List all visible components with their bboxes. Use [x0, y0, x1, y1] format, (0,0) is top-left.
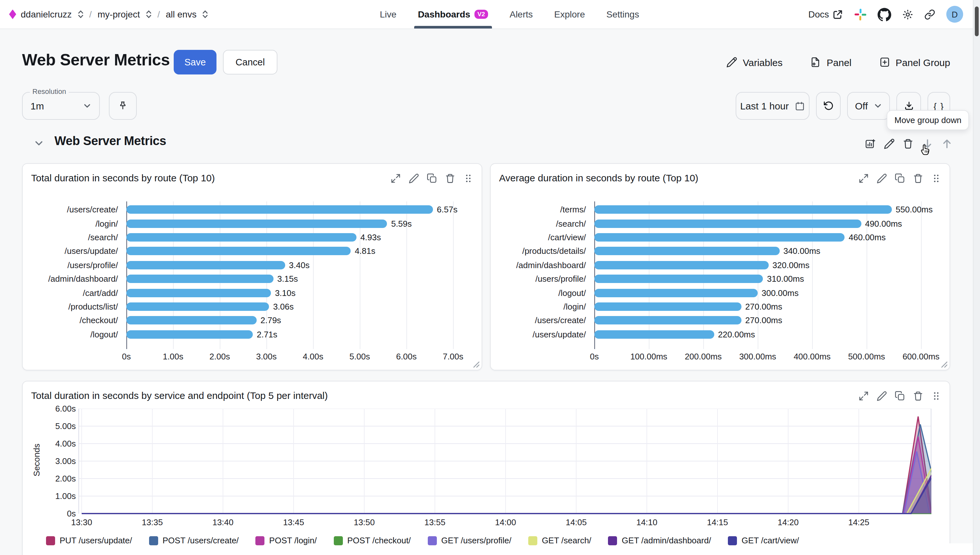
bar-row: 460.00ms	[594, 233, 933, 242]
add-panel-button[interactable]: Panel	[810, 56, 852, 68]
duplicate-icon[interactable]	[895, 173, 906, 184]
y-axis-tick-label: 1.00s	[55, 491, 76, 501]
slack-icon[interactable]	[854, 8, 867, 21]
nav-item-dashboards[interactable]: Dashboards V2	[418, 0, 488, 29]
edit-icon[interactable]	[876, 173, 887, 184]
bar[interactable]	[126, 330, 253, 338]
edit-icon[interactable]	[876, 390, 887, 401]
legend-item[interactable]: GET /admin/dashboard/	[608, 536, 711, 545]
save-button[interactable]: Save	[174, 50, 216, 74]
pin-button[interactable]	[109, 92, 137, 120]
cancel-button[interactable]: Cancel	[223, 50, 277, 74]
edit-icon[interactable]	[408, 173, 419, 184]
drag-handle-icon[interactable]	[931, 390, 942, 401]
bar[interactable]	[126, 233, 356, 242]
breadcrumb-env[interactable]: all envs	[166, 9, 197, 19]
vertical-scrollbar-thumb[interactable]	[975, 6, 979, 36]
bar-value-label: 220.00ms	[718, 329, 755, 339]
bar[interactable]	[594, 205, 892, 214]
drag-handle-icon[interactable]	[463, 173, 474, 184]
bar-value-label: 2.79s	[261, 316, 281, 326]
nav-item-live[interactable]: Live	[380, 0, 396, 29]
bar-category-label: /cart/view/	[499, 233, 594, 242]
bar[interactable]	[594, 233, 845, 242]
legend-item[interactable]: GET /search/	[528, 536, 591, 545]
bar[interactable]	[126, 205, 433, 214]
expand-icon[interactable]	[390, 173, 401, 184]
bar[interactable]	[126, 219, 387, 228]
share-link-icon[interactable]	[924, 9, 935, 20]
group-delete-icon[interactable]	[902, 138, 914, 149]
nav-item-settings[interactable]: Settings	[606, 0, 639, 29]
project-switcher-icon[interactable]	[146, 10, 152, 19]
x-axis-tick-label: 0s	[122, 352, 130, 361]
nav-item-alerts[interactable]: Alerts	[509, 0, 533, 29]
resolution-value: 1m	[31, 100, 44, 111]
legend-label: GET /cart/view/	[742, 536, 799, 545]
auto-refresh-select[interactable]: Off	[847, 92, 890, 120]
nav-item-explore[interactable]: Explore	[554, 0, 585, 29]
time-range-picker[interactable]: Last 1 hour	[735, 92, 809, 120]
group-add-panel-icon[interactable]	[865, 138, 876, 149]
legend-item[interactable]: PUT /users/update/	[46, 536, 132, 545]
bar[interactable]	[126, 261, 285, 269]
bar[interactable]	[594, 302, 742, 311]
resize-corner-icon[interactable]	[473, 361, 480, 368]
expand-icon[interactable]	[858, 173, 869, 184]
legend-item[interactable]: POST /checkout/	[334, 536, 411, 545]
delete-icon[interactable]	[445, 173, 455, 184]
legend-item[interactable]: GET /cart/view/	[728, 536, 799, 545]
bar-row: 5.59s	[126, 218, 465, 228]
chevron-down-icon	[874, 102, 882, 110]
series-area	[82, 436, 931, 513]
bar[interactable]	[594, 330, 714, 338]
bar-row: 3.06s	[126, 302, 465, 311]
breadcrumb-project[interactable]: my-project	[98, 9, 140, 19]
env-switcher-icon[interactable]	[202, 10, 208, 19]
bar[interactable]	[126, 289, 271, 297]
refresh-button[interactable]	[816, 92, 841, 120]
panel-total-duration-by-route: Total duration in seconds by route (Top …	[22, 163, 482, 371]
expand-icon[interactable]	[858, 390, 869, 401]
bar[interactable]	[594, 274, 763, 283]
resolution-label: Resolution	[30, 87, 69, 95]
bar[interactable]	[126, 316, 257, 325]
bar[interactable]	[594, 289, 758, 297]
breadcrumb-org[interactable]: ddanielcruzz	[21, 9, 72, 19]
group-edit-icon[interactable]	[883, 138, 895, 149]
legend-label: PUT /users/update/	[60, 536, 132, 545]
main-nav: Live Dashboards V2 Alerts Explore Settin…	[380, 0, 639, 29]
delete-icon[interactable]	[912, 390, 924, 401]
org-switcher-icon[interactable]	[77, 10, 83, 19]
bar-value-label: 300.00ms	[761, 288, 798, 298]
bar[interactable]	[126, 247, 351, 255]
bar-value-label: 270.00ms	[745, 302, 782, 311]
group-collapse-chevron-icon[interactable]	[34, 138, 44, 148]
bar[interactable]	[594, 219, 861, 228]
vertical-scrollbar-track[interactable]	[973, 0, 980, 555]
user-avatar[interactable]: D	[946, 6, 963, 22]
delete-icon[interactable]	[912, 173, 924, 184]
legend-item[interactable]: POST /users/create/	[149, 536, 239, 545]
hbar-chart: /users/create//login//search//users/upda…	[31, 203, 475, 365]
legend-item[interactable]: GET /users/profile/	[428, 536, 512, 545]
bar[interactable]	[594, 316, 742, 325]
bar[interactable]	[126, 274, 274, 283]
legend-item[interactable]: POST /login/	[256, 536, 317, 545]
bar[interactable]	[594, 247, 779, 255]
github-icon[interactable]	[878, 8, 891, 21]
drag-handle-icon[interactable]	[931, 173, 942, 184]
theme-toggle-sun-icon[interactable]	[902, 9, 913, 20]
bar-x-axis: 0s1.00s2.00s3.00s4.00s5.00s6.00s7.00s	[126, 352, 465, 363]
docs-link[interactable]: Docs	[808, 9, 843, 20]
resolution-select[interactable]: 1m	[22, 92, 100, 120]
resize-corner-icon[interactable]	[941, 361, 948, 368]
variables-button[interactable]: Variables	[726, 56, 783, 68]
duplicate-icon[interactable]	[426, 173, 438, 184]
bar[interactable]	[126, 302, 269, 311]
group-move-up-icon[interactable]	[941, 138, 953, 149]
bar[interactable]	[594, 261, 769, 269]
add-panel-group-button[interactable]: Panel Group	[879, 56, 950, 68]
bar-category-label: /search/	[499, 218, 594, 228]
duplicate-icon[interactable]	[895, 390, 906, 401]
